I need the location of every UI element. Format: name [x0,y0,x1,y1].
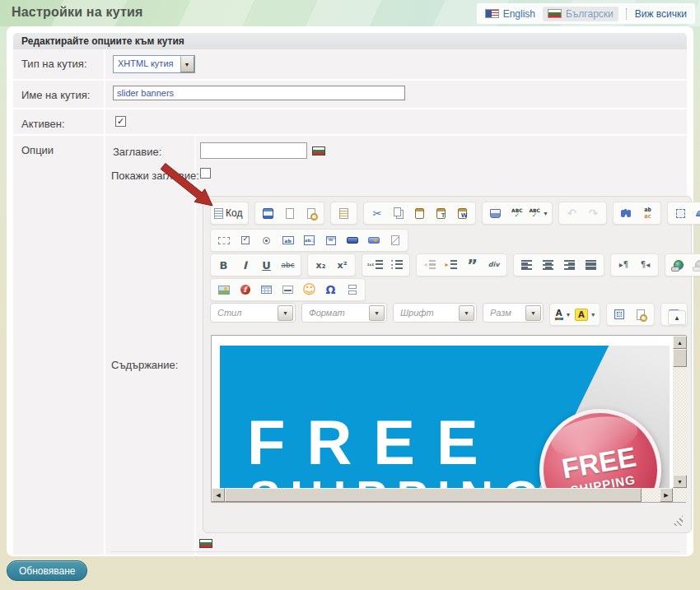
view-all-link[interactable]: Виж всички [626,8,687,20]
textareafield-button[interactable] [299,231,320,249]
showblocks-button[interactable] [631,305,651,323]
paste-button[interactable] [409,204,430,222]
flash-button[interactable] [235,281,255,299]
chevron-down-icon[interactable]: ▼ [278,305,293,321]
unlink-button[interactable] [689,256,700,274]
chevron-down-icon[interactable]: ▼ [525,305,541,321]
selectall-button[interactable] [670,204,691,222]
paste-icon [415,208,424,219]
editor-resize-handle[interactable] [672,515,683,526]
save-button[interactable] [258,204,278,222]
divcontainer-button[interactable]: div [483,256,504,274]
undo-button[interactable]: ↶ [562,204,582,222]
bold-button[interactable]: B [213,256,234,274]
maximize-button[interactable] [609,305,630,323]
link-button[interactable] [668,256,688,274]
horizontal-scroll-track[interactable] [642,488,660,502]
pastetext-button[interactable] [431,204,451,222]
scroll-left-button[interactable]: ◀ [212,488,225,502]
chevron-down-icon[interactable]: ▼ [369,305,385,321]
ltr-button[interactable]: ▸¶ [614,256,634,274]
pagebreak-button[interactable] [342,281,362,299]
lang-english[interactable]: English [485,8,535,20]
templates-button[interactable] [334,204,354,222]
alignright-button[interactable] [559,256,580,274]
justify-button[interactable] [581,256,601,274]
style-combo[interactable]: Стил▼ [210,303,296,323]
spellcheck-auto-button[interactable]: ▼ [528,204,549,222]
checkboxfield-button[interactable] [235,231,255,249]
chevron-down-icon[interactable]: ▼ [459,305,474,321]
horizontalrule-button[interactable] [278,281,298,299]
specialchar-button[interactable]: Ω [320,281,341,299]
print-button[interactable] [485,204,506,222]
title-input[interactable] [200,142,307,159]
replace-button[interactable] [637,204,658,222]
formbox-button[interactable] [213,231,234,249]
format-combo[interactable]: Формат▼ [301,303,387,323]
show-title-checkbox[interactable] [200,168,211,179]
chevron-down-icon[interactable]: ▼ [566,312,572,318]
textfield-icon [282,236,294,244]
unorderedlist-button[interactable] [386,256,407,274]
textcolor-button[interactable]: ▼ [553,305,573,323]
pasteword-button[interactable] [452,204,473,222]
bgcolor-icon [575,309,588,321]
spellcheck-button[interactable] [506,204,527,222]
radiofield-button[interactable] [256,231,277,249]
bgcolor-button[interactable]: ▼ [574,305,597,323]
blockquote-button[interactable]: ” [462,256,483,274]
size-combo[interactable]: Разм▼ [483,303,544,323]
cut-button[interactable]: ✂ [366,204,387,222]
active-checkbox[interactable]: ✓ [115,116,126,127]
copy-button[interactable] [388,204,408,222]
find-button[interactable] [616,204,637,222]
vertical-scroll-thumb[interactable] [673,349,687,367]
buttonfield-button[interactable] [342,231,362,249]
smiley-button[interactable]: ☺ [299,281,320,299]
scroll-down-button[interactable]: ▼ [673,475,687,488]
editor-content-area[interactable]: FREE SHIPPING FREE SHIPPING [212,336,673,488]
orderedlist-button[interactable] [365,256,385,274]
strike-button[interactable]: abc [278,256,298,274]
imagebuttonfield-icon [368,237,380,244]
indent-button[interactable] [441,256,461,274]
aligncenter-button[interactable] [538,256,558,274]
italic-button[interactable]: I [235,256,255,274]
chevron-down-icon[interactable]: ▼ [590,312,596,318]
hiddenfield-button[interactable] [385,231,405,249]
horizontal-scrollbar[interactable]: ◀ ▶ [212,488,673,502]
textfield-button[interactable] [278,231,298,249]
box-type-select[interactable]: XHTML кутия ▼ [113,55,195,73]
removeformat-button[interactable] [692,204,700,222]
redo-button[interactable]: ↷ [583,204,604,222]
preview-button[interactable] [301,204,321,222]
vertical-scroll-track[interactable] [673,367,687,475]
image-button[interactable] [213,281,234,299]
scroll-right-button[interactable]: ▶ [660,488,673,502]
select-dropdown-icon[interactable]: ▼ [180,56,194,72]
imagebuttonfield-button[interactable] [363,231,384,249]
templates-icon [339,208,348,219]
scroll-up-button[interactable]: ▲ [673,336,687,349]
outdent-button[interactable] [419,256,440,274]
rtl-button[interactable]: ¶◂ [635,256,656,274]
table-button[interactable] [256,281,277,299]
newpage-button[interactable] [279,204,300,222]
chevron-down-icon[interactable]: ▼ [543,211,548,216]
vertical-scrollbar[interactable]: ▲ ▼ [673,336,687,488]
horizontal-scroll-thumb[interactable] [225,488,642,502]
box-name-input[interactable] [113,86,405,100]
font-combo[interactable]: Шрифт▼ [393,303,477,323]
subscript-button[interactable]: x₂ [310,256,331,274]
us-flag-icon [485,9,499,18]
underline-button[interactable]: U [256,256,277,274]
update-button[interactable]: Обновяване [7,560,87,581]
title-bg-flag-icon [312,146,325,156]
alignleft-button[interactable] [516,256,537,274]
selectfield-button[interactable] [320,231,341,249]
lang-bulgarian[interactable]: Български [543,7,618,21]
collapse-toolbar-button[interactable]: ▲ [668,310,686,325]
source-button[interactable]: Код [213,204,245,222]
superscript-button[interactable]: x² [332,256,352,274]
